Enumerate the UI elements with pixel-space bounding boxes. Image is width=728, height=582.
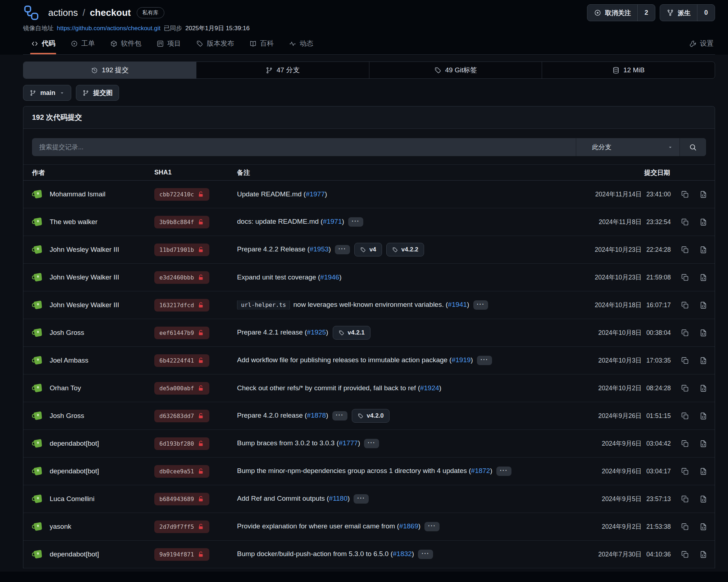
tag-badge[interactable]: v4.2.1 bbox=[333, 326, 370, 340]
repo-owner-link[interactable]: actions bbox=[48, 7, 78, 18]
pr-link[interactable]: #1925 bbox=[307, 328, 326, 336]
commit-sha-link[interactable]: d632683dd7 bbox=[154, 410, 209, 422]
tab-动态[interactable]: 动态 bbox=[288, 34, 314, 54]
commit-sha-link[interactable]: 163217dfcd bbox=[154, 299, 209, 312]
copy-sha-button[interactable] bbox=[681, 218, 689, 226]
mirror-url-link[interactable]: https://github.com/actions/checkout.git bbox=[57, 25, 160, 32]
browse-source-button[interactable] bbox=[699, 440, 707, 448]
browse-source-button[interactable] bbox=[699, 384, 707, 392]
commit-sha-link[interactable]: 2d7d9f7ff5 bbox=[154, 520, 209, 533]
pr-link[interactable]: #1946 bbox=[320, 273, 339, 281]
pr-link[interactable]: #1941 bbox=[448, 301, 467, 308]
browse-source-button[interactable] bbox=[699, 356, 707, 365]
avatar[interactable] bbox=[32, 410, 44, 422]
stat-segment[interactable]: 49 Git标签 bbox=[369, 62, 542, 78]
avatar[interactable] bbox=[32, 299, 44, 311]
expand-message-button[interactable]: ··· bbox=[364, 439, 379, 448]
avatar[interactable] bbox=[32, 493, 44, 505]
avatar[interactable] bbox=[32, 327, 44, 339]
browse-source-button[interactable] bbox=[699, 218, 707, 226]
commit-sha-link[interactable]: de5a000abf bbox=[154, 382, 209, 395]
avatar[interactable] bbox=[32, 271, 44, 283]
browse-source-button[interactable] bbox=[699, 412, 707, 420]
avatar[interactable] bbox=[32, 216, 44, 228]
commit-author-name[interactable]: Joel Ambass bbox=[50, 356, 88, 364]
expand-message-button[interactable]: ··· bbox=[354, 494, 369, 503]
expand-message-button[interactable]: ··· bbox=[418, 550, 433, 559]
commit-author-name[interactable]: Mohammad Ismail bbox=[50, 190, 105, 198]
commit-author-name[interactable]: yasonk bbox=[50, 523, 71, 531]
tag-badge[interactable]: v4 bbox=[354, 243, 382, 256]
expand-message-button[interactable]: ··· bbox=[348, 217, 363, 226]
pr-link[interactable]: #1924 bbox=[420, 384, 439, 392]
commit-author-name[interactable]: John Wesley Walker III bbox=[50, 273, 119, 281]
browse-source-button[interactable] bbox=[699, 523, 707, 531]
commit-sha-link[interactable]: 3b9b8c884f bbox=[154, 216, 209, 228]
search-commits-input[interactable] bbox=[32, 138, 576, 156]
expand-message-button[interactable]: ··· bbox=[473, 300, 488, 309]
copy-sha-button[interactable] bbox=[681, 467, 689, 476]
avatar[interactable] bbox=[32, 520, 44, 533]
avatar[interactable] bbox=[32, 548, 44, 560]
branch-filter-dropdown[interactable]: 此分支 bbox=[576, 138, 679, 156]
tab-百科[interactable]: 百科 bbox=[249, 34, 274, 54]
tab-代码[interactable]: 代码 bbox=[30, 34, 56, 54]
tab-版本发布[interactable]: 版本发布 bbox=[195, 34, 235, 54]
commit-sha-link[interactable]: eef61447b9 bbox=[154, 327, 209, 339]
tag-badge[interactable]: v4.2.2 bbox=[386, 243, 424, 256]
pr-link[interactable]: #1777 bbox=[339, 439, 358, 447]
forks-count[interactable]: 0 bbox=[697, 5, 715, 21]
commit-sha-link[interactable]: 6d193bf280 bbox=[154, 437, 209, 450]
avatar[interactable] bbox=[32, 244, 44, 256]
stat-segment[interactable]: 192 提交 bbox=[23, 62, 196, 78]
watchers-count[interactable]: 2 bbox=[637, 5, 655, 21]
browse-source-button[interactable] bbox=[699, 329, 707, 337]
expand-message-button[interactable]: ··· bbox=[424, 522, 440, 531]
commit-sha-link[interactable]: e3d2460bbb bbox=[154, 271, 209, 284]
commit-author-name[interactable]: Orhan Toy bbox=[50, 384, 81, 392]
copy-sha-button[interactable] bbox=[681, 440, 689, 448]
commit-author-name[interactable]: The web walker bbox=[50, 218, 97, 226]
copy-sha-button[interactable] bbox=[681, 273, 689, 282]
avatar[interactable] bbox=[32, 437, 44, 450]
browse-source-button[interactable] bbox=[699, 246, 707, 254]
fork-button[interactable]: 派生 0 bbox=[660, 4, 715, 21]
avatar[interactable] bbox=[32, 354, 44, 367]
pr-link[interactable]: #1953 bbox=[310, 245, 329, 253]
commit-author-name[interactable]: Josh Gross bbox=[50, 329, 84, 337]
copy-sha-button[interactable] bbox=[681, 550, 689, 559]
browse-source-button[interactable] bbox=[699, 467, 707, 476]
pr-link[interactable]: #1878 bbox=[307, 412, 326, 419]
search-button[interactable] bbox=[679, 138, 706, 156]
repo-name-link[interactable]: checkout bbox=[90, 7, 131, 18]
avatar[interactable] bbox=[32, 188, 44, 200]
commit-graph-button[interactable]: 提交图 bbox=[76, 85, 119, 101]
unwatch-button[interactable]: 取消关注 2 bbox=[587, 4, 655, 21]
copy-sha-button[interactable] bbox=[681, 246, 689, 254]
commit-author-name[interactable]: John Wesley Walker III bbox=[50, 246, 119, 254]
commit-sha-link[interactable]: b684943689 bbox=[154, 493, 209, 505]
commit-author-name[interactable]: dependabot[bot] bbox=[50, 440, 99, 447]
commit-author-name[interactable]: dependabot[bot] bbox=[50, 550, 99, 558]
browse-source-button[interactable] bbox=[699, 301, 707, 309]
tab-工单[interactable]: 工单 bbox=[70, 34, 96, 54]
avatar[interactable] bbox=[32, 382, 44, 394]
commit-author-name[interactable]: John Wesley Walker III bbox=[50, 301, 119, 309]
avatar[interactable] bbox=[32, 465, 44, 477]
pr-link[interactable]: #1919 bbox=[452, 356, 471, 364]
commit-author-name[interactable]: Josh Gross bbox=[50, 412, 84, 420]
expand-message-button[interactable]: ··· bbox=[496, 467, 511, 476]
browse-source-button[interactable] bbox=[699, 495, 707, 503]
copy-sha-button[interactable] bbox=[681, 384, 689, 392]
copy-sha-button[interactable] bbox=[681, 412, 689, 420]
pr-link[interactable]: #1872 bbox=[471, 467, 490, 474]
pr-link[interactable]: #1971 bbox=[323, 218, 342, 225]
commit-sha-link[interactable]: 9a9194f871 bbox=[154, 548, 209, 561]
expand-message-button[interactable]: ··· bbox=[332, 411, 347, 420]
branch-selector[interactable]: main bbox=[23, 85, 71, 101]
browse-source-button[interactable] bbox=[699, 190, 707, 199]
stat-segment[interactable]: 12 MiB bbox=[542, 62, 715, 78]
commit-author-name[interactable]: Luca Comellini bbox=[50, 495, 95, 503]
pr-link[interactable]: #1869 bbox=[399, 522, 418, 530]
expand-message-button[interactable]: ··· bbox=[477, 356, 492, 365]
